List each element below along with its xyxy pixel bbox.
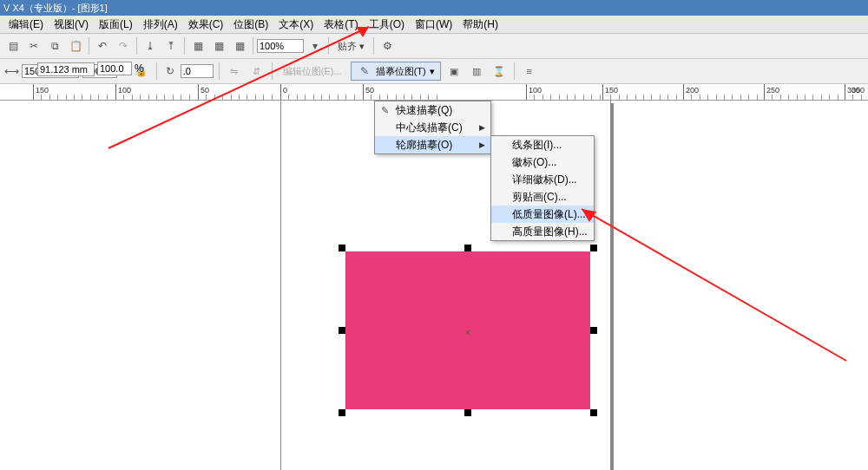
page-shadow [611,103,614,470]
app-btn-1-icon[interactable]: ▦ [188,36,207,55]
clipart-item[interactable]: 剪贴画(C)... [491,188,594,206]
menu-window[interactable]: 窗口(W) [410,16,457,34]
scale-y-field: % [97,62,144,75]
selected-bitmap[interactable]: × [339,245,597,416]
import-icon[interactable]: ⤓ [141,36,160,55]
options-icon[interactable]: ⚙ [378,36,397,55]
rotation-input[interactable] [181,64,214,78]
menu-table[interactable]: 表格(T) [319,16,363,34]
canvas[interactable]: × ✎ 快速描摹(Q) 中心线描摹(C) ▶ 轮廓描摹(O) ▶ 线条图(I).… [0,101,868,470]
menu-layout[interactable]: 版面(L) [94,16,138,34]
zoom-input[interactable] [257,39,304,53]
quick-trace-label: 快速描摹(Q) [396,103,452,118]
new-icon[interactable]: ▤ [3,36,23,55]
rotate-icon: ↻ [162,63,178,79]
trace-dropdown: ✎ 快速描摹(Q) 中心线描摹(C) ▶ 轮廓描摹(O) ▶ [374,101,491,154]
handle-top-left[interactable] [339,245,345,251]
snap-button[interactable]: 贴齐 ▾ [332,38,370,55]
high-quality-image-item[interactable]: 高质量图像(H)... [491,223,594,240]
menu-help[interactable]: 帮助(H) [457,16,503,34]
centerline-trace-label: 中心线描摹(C) [396,121,463,135]
submenu-arrow-icon: ▶ [479,123,485,132]
quick-trace-item[interactable]: ✎ 快速描摹(Q) [375,101,490,119]
export-icon[interactable]: ⤒ [161,36,181,55]
menu-view[interactable]: 视图(V) [49,16,94,34]
trace-bitmap-button[interactable]: ✎ 描摹位图(T) ▾ [351,62,441,81]
trace-bitmap-label: 描摹位图(T) [376,65,426,78]
mirror-v-icon[interactable]: ⇵ [247,62,266,81]
app-btn-3-icon[interactable]: ▦ [230,36,249,55]
logo-item[interactable]: 徽标(O)... [491,153,594,171]
edit-bitmap-button[interactable]: 编辑位图(E)... [278,63,347,80]
height-icon: ↕ [19,62,35,77]
crop-icon[interactable]: ▣ [444,62,464,81]
hourglass-icon[interactable]: ⌛ [490,62,509,81]
title-bar: V X4（专业版）- [图形1] [0,0,868,16]
handle-top[interactable] [464,245,471,251]
wrap-text-icon[interactable]: ≡ [520,62,539,81]
svg-line-2 [582,209,846,361]
zoom-dropdown-icon[interactable]: ▾ [306,36,325,55]
handle-left[interactable] [339,327,345,334]
app-btn-2-icon[interactable]: ▦ [209,36,228,55]
menu-text[interactable]: 文本(X) [273,16,319,34]
menu-tools[interactable]: 工具(O) [364,16,410,34]
submenu-arrow-icon: ▶ [479,140,485,149]
height-input[interactable] [37,62,95,76]
centerline-trace-item[interactable]: 中心线描摹(C) ▶ [375,119,490,136]
handle-bottom[interactable] [464,409,471,416]
handle-top-right[interactable] [590,245,597,251]
menu-bitmap[interactable]: 位图(B) [228,16,273,34]
menu-edit[interactable]: 编辑(E) [3,16,49,34]
percent-label-2: % [135,62,144,75]
mirror-h-icon[interactable]: ⇋ [225,62,244,81]
chevron-down-icon: ▾ [430,66,435,77]
width-icon: ⟷ [3,63,19,79]
lineart-item[interactable]: 线条图(I)... [491,136,594,153]
standard-toolbar: ▤ ✂ ⧉ 📋 ↶ ↷ ⤓ ⤒ ▦ ▦ ▦ ▾ 贴齐 ▾ ⚙ [0,34,868,59]
copy-icon[interactable]: ⧉ [45,36,64,55]
undo-icon[interactable]: ↶ [93,36,112,55]
low-quality-image-item[interactable]: 低质量图像(L)... [491,206,594,223]
page-left-edge [280,101,281,470]
cut-icon[interactable]: ✂ [24,36,43,55]
redo-icon[interactable]: ↷ [114,36,133,55]
handle-bottom-left[interactable] [339,409,345,416]
height-field: ↕ [19,62,95,77]
horizontal-ruler: 350 15010050050100150200250300 [0,84,868,101]
outline-trace-submenu: 线条图(I)... 徽标(O)... 详细徽标(D)... 剪贴画(C)... … [490,135,595,241]
quick-trace-icon: ✎ [378,104,391,116]
menu-bar: 编辑(E) 视图(V) 版面(L) 排列(A) 效果(C) 位图(B) 文本(X… [0,16,868,34]
handle-right[interactable] [590,327,597,334]
center-marker: × [465,328,470,337]
outline-trace-label: 轮廓描摹(O) [396,138,452,153]
trace-icon: ✎ [357,63,372,79]
rotation-field: ↻ [162,63,214,79]
detailed-logo-item[interactable]: 详细徽标(D)... [491,171,594,188]
scale-y-input[interactable] [97,62,132,75]
outline-trace-item[interactable]: 轮廓描摹(O) ▶ [375,136,490,153]
handle-bottom-right[interactable] [590,409,597,416]
resample-icon[interactable]: ▥ [467,62,486,81]
paste-icon[interactable]: 📋 [66,36,85,55]
menu-arrange[interactable]: 排列(A) [138,16,183,34]
menu-effects[interactable]: 效果(C) [183,16,229,34]
